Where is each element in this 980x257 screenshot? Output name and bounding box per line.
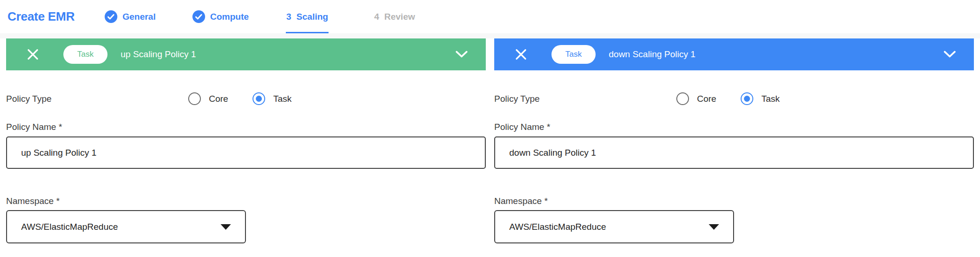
radio-circle-checked [741, 92, 753, 105]
step-label: General [122, 12, 156, 22]
step-compute[interactable]: Compute [192, 0, 249, 33]
radio-label: Task [761, 94, 780, 104]
panel-header: Task down Scaling Policy 1 [494, 38, 974, 70]
caret-down-icon [709, 224, 719, 230]
close-icon[interactable] [514, 47, 528, 61]
step-label: Compute [210, 12, 249, 22]
close-icon[interactable] [26, 47, 40, 61]
radio-task[interactable]: Task [741, 92, 780, 105]
wizard-stepper: Create EMR General Compute 3 Scaling 4 R… [0, 0, 980, 33]
namespace-label: Namespace * [6, 196, 486, 206]
radio-dot [744, 96, 750, 102]
step-review[interactable]: 4 Review [374, 0, 415, 33]
header-divider [0, 33, 980, 38]
radio-label: Core [697, 94, 716, 104]
caret-down-icon [221, 224, 231, 230]
namespace-label: Namespace * [494, 196, 974, 206]
radio-core[interactable]: Core [676, 92, 716, 105]
namespace-select[interactable]: AWS/ElasticMapReduce [6, 210, 246, 243]
policy-type-row: Policy Type Core Task [494, 92, 974, 105]
step-number: 3 [286, 12, 291, 22]
step-number: 4 [374, 12, 379, 22]
policy-name-label: Policy Name * [6, 122, 486, 132]
step-label: Review [384, 12, 415, 22]
step-label: Scaling [297, 12, 329, 22]
policy-name-label: Policy Name * [494, 122, 974, 132]
policy-name-input[interactable] [494, 136, 974, 169]
check-circle-icon [192, 10, 205, 23]
policy-type-label: Policy Type [494, 94, 676, 104]
scaling-policy-panel-down: Task down Scaling Policy 1 Policy Type C… [494, 38, 974, 243]
radio-core[interactable]: Core [188, 92, 228, 105]
namespace-select[interactable]: AWS/ElasticMapReduce [494, 210, 734, 243]
namespace-selected-value: AWS/ElasticMapReduce [21, 222, 118, 232]
check-circle-icon [105, 10, 117, 23]
policy-type-badge: Task [551, 45, 596, 64]
radio-task[interactable]: Task [253, 92, 291, 105]
panel-body: Policy Type Core Task Policy Name * Name… [6, 92, 486, 243]
radio-circle-unchecked [676, 92, 689, 105]
namespace-selected-value: AWS/ElasticMapReduce [509, 222, 606, 232]
chevron-down-icon[interactable] [455, 51, 468, 58]
page-title: Create EMR [8, 9, 75, 24]
radio-label: Task [273, 94, 291, 104]
policy-type-row: Policy Type Core Task [6, 92, 486, 105]
policy-type-label: Policy Type [6, 94, 188, 104]
radio-dot [256, 96, 262, 102]
policy-type-radio-group: Core Task [188, 92, 291, 105]
chevron-down-icon[interactable] [943, 51, 956, 58]
panel-header: Task up Scaling Policy 1 [6, 38, 486, 70]
policy-type-radio-group: Core Task [676, 92, 780, 105]
radio-circle-checked [253, 92, 265, 105]
radio-circle-unchecked [188, 92, 201, 105]
panel-title: up Scaling Policy 1 [121, 49, 196, 60]
panel-body: Policy Type Core Task Policy Name * Name… [494, 92, 974, 243]
policy-type-badge: Task [63, 45, 107, 64]
panel-title: down Scaling Policy 1 [609, 49, 696, 60]
step-scaling[interactable]: 3 Scaling [286, 0, 328, 33]
scaling-policy-panels: Task up Scaling Policy 1 Policy Type Cor… [0, 38, 980, 243]
scaling-policy-panel-up: Task up Scaling Policy 1 Policy Type Cor… [6, 38, 486, 243]
step-general[interactable]: General [105, 0, 156, 33]
radio-label: Core [209, 94, 228, 104]
policy-name-input[interactable] [6, 136, 486, 169]
